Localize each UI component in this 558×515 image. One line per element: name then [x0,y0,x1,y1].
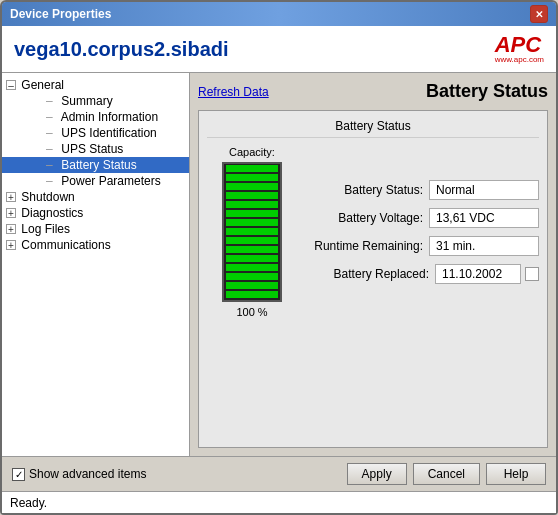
sidebar-item-log-files[interactable]: + Log Files [2,221,189,237]
battery-segment [226,237,278,244]
field-label-battery-status: Battery Status: [313,183,423,197]
help-button[interactable]: Help [486,463,546,485]
sidebar-item-diagnostics[interactable]: + Diagnostics [2,205,189,221]
field-label-battery-voltage: Battery Voltage: [313,211,423,225]
sidebar-item-admin-information[interactable]: – Admin Information [2,109,189,125]
dash-icon: – [46,110,54,124]
expand-general-icon[interactable]: – [6,80,16,90]
show-advanced-label: Show advanced items [29,467,146,481]
battery-segment [226,192,278,199]
expand-shutdown-icon[interactable]: + [6,192,16,202]
buttons-area: Apply Cancel Help [347,463,546,485]
title-bar: Device Properties ✕ [2,2,556,26]
battery-segment [226,291,278,298]
apc-logo: APC www.apc.com [495,34,544,64]
field-label-battery-replaced: Battery Replaced: [319,267,429,281]
sidebar-item-power-parameters[interactable]: – Power Parameters [2,173,189,189]
field-row-battery-replaced: Battery Replaced: 11.10.2002 [313,264,539,284]
battery-segment [226,255,278,262]
apc-logo-container: APC www.apc.com [495,34,544,64]
battery-segment [226,183,278,190]
battery-segment [226,228,278,235]
apply-button[interactable]: Apply [347,463,407,485]
device-name: vega10.corpus2.sibadi [14,38,229,61]
title-bar-text: Device Properties [10,7,111,21]
sidebar-item-shutdown[interactable]: + Shutdown [2,189,189,205]
status-text: Ready. [10,496,47,510]
battery-segment [226,174,278,181]
sidebar-item-general[interactable]: – General [2,77,189,93]
content-area: Refresh Data Battery Status Battery Stat… [190,73,556,456]
dash-icon: – [46,94,54,108]
battery-segment [226,201,278,208]
battery-replaced-checkbox[interactable] [525,267,539,281]
field-row-runtime-remaining: Runtime Remaining: 31 min. [313,236,539,256]
sidebar-item-summary[interactable]: – Summary [2,93,189,109]
cancel-button[interactable]: Cancel [413,463,480,485]
sidebar-item-ups-identification[interactable]: – UPS Identification [2,125,189,141]
content-header: Refresh Data Battery Status [198,81,548,102]
show-advanced-area: ✓ Show advanced items [12,467,146,481]
status-bar: Ready. [2,491,556,513]
dash-icon: – [46,142,54,156]
battery-segments [224,162,280,300]
field-value-battery-voltage: 13,61 VDC [429,208,539,228]
sidebar-item-battery-status[interactable]: – Battery Status [2,157,189,173]
field-value-battery-replaced-text: 11.10.2002 [435,264,521,284]
dash-icon: – [46,158,54,172]
battery-segment [226,162,278,163]
battery-segment [226,219,278,226]
expand-diagnostics-icon[interactable]: + [6,208,16,218]
panel-header: Battery Status [207,119,539,138]
sidebar: – General – Summary – Admin Information … [2,73,190,456]
field-label-runtime-remaining: Runtime Remaining: [313,239,423,253]
fields-area: Battery Status: Normal Battery Voltage: … [313,146,539,318]
bottom-bar: ✓ Show advanced items Apply Cancel Help [2,456,556,491]
battery-percent: 100 % [236,306,267,318]
sidebar-item-communications[interactable]: + Communications [2,237,189,253]
battery-segment [226,264,278,271]
show-advanced-checkbox[interactable]: ✓ [12,468,25,481]
expand-logfiles-icon[interactable]: + [6,224,16,234]
panel-body: Capacity: [207,146,539,318]
battery-segment [226,165,278,172]
field-value-battery-status: Normal [429,180,539,200]
field-row-battery-voltage: Battery Voltage: 13,61 VDC [313,208,539,228]
battery-container: Capacity: [207,146,297,318]
main-content: – General – Summary – Admin Information … [2,73,556,456]
device-properties-window: Device Properties ✕ vega10.corpus2.sibad… [0,0,558,515]
field-value-battery-replaced-container: 11.10.2002 [435,264,539,284]
battery-visual [222,162,282,302]
header-bar: vega10.corpus2.sibadi APC www.apc.com [2,26,556,73]
battery-segment [226,273,278,280]
battery-segment [226,210,278,217]
dash-icon: – [46,174,54,188]
field-value-runtime-remaining: 31 min. [429,236,539,256]
field-row-battery-status: Battery Status: Normal [313,180,539,200]
capacity-label: Capacity: [229,146,275,158]
battery-segment [226,246,278,253]
sidebar-item-ups-status[interactable]: – UPS Status [2,141,189,157]
dash-icon: – [46,126,54,140]
refresh-data-link[interactable]: Refresh Data [198,85,269,99]
expand-communications-icon[interactable]: + [6,240,16,250]
close-button[interactable]: ✕ [530,5,548,23]
battery-status-panel: Battery Status Capacity: [198,110,548,448]
battery-segment [226,282,278,289]
section-title: Battery Status [426,81,548,102]
